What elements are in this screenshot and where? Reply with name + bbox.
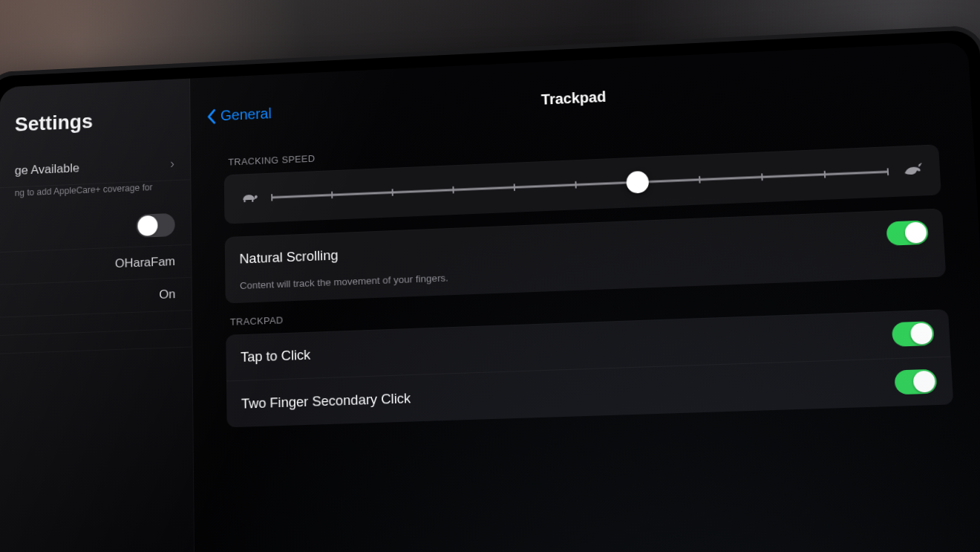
content-scroll[interactable]: TRACKING SPEED: [191, 103, 980, 472]
airplane-mode-switch[interactable]: [136, 213, 174, 238]
slider-tick: [392, 189, 393, 196]
svg-rect-0: [244, 200, 245, 202]
slider-tick: [575, 181, 576, 189]
tap-to-click-label: Tap to Click: [241, 347, 310, 366]
page-title: Trackpad: [541, 88, 607, 108]
two-finger-label: Two Finger Secondary Click: [241, 390, 411, 412]
hare-icon: [901, 162, 924, 179]
slider-tick: [824, 171, 826, 178]
slider-tick: [761, 173, 762, 181]
slider-tick: [452, 186, 454, 194]
slider-tick: [271, 194, 272, 201]
slider-tick: [514, 184, 515, 191]
natural-scrolling-label: Natural Scrolling: [239, 247, 338, 267]
ipad-device-frame: 23% Settings ge Available › ng to add Ap…: [0, 25, 980, 552]
sidebar-item-label: ge Available: [15, 160, 79, 178]
settings-sidebar[interactable]: Settings ge Available › ng to add AppleC…: [0, 79, 195, 552]
sidebar-title: Settings: [0, 100, 190, 155]
chevron-left-icon: [206, 108, 217, 125]
back-label: General: [220, 105, 272, 124]
back-button[interactable]: General: [206, 105, 272, 125]
tap-to-click-switch[interactable]: [892, 321, 935, 347]
slider-tick: [887, 168, 889, 175]
ipad-screen: 23% Settings ge Available › ng to add Ap…: [0, 42, 980, 552]
wifi-network-value: OHaraFam: [115, 254, 175, 271]
trackpad-options-card: Tap to Click Two Finger Secondary Click: [226, 309, 953, 427]
svg-rect-1: [252, 200, 253, 202]
slider-thumb[interactable]: [626, 171, 649, 194]
slider-tick: [331, 191, 333, 198]
tracking-speed-slider[interactable]: [272, 161, 889, 207]
natural-scrolling-switch[interactable]: [886, 220, 929, 245]
two-finger-switch[interactable]: [894, 369, 937, 395]
slider-tick: [699, 176, 700, 184]
detail-pane: General Trackpad TRACKING SPEED: [190, 42, 980, 552]
natural-scrolling-card: Natural Scrolling Content will track the…: [225, 208, 947, 303]
sidebar-item-airplane[interactable]: [0, 204, 191, 253]
bluetooth-state-value: On: [159, 287, 175, 302]
chevron-right-icon: ›: [170, 156, 174, 172]
tortoise-icon: [240, 190, 259, 207]
